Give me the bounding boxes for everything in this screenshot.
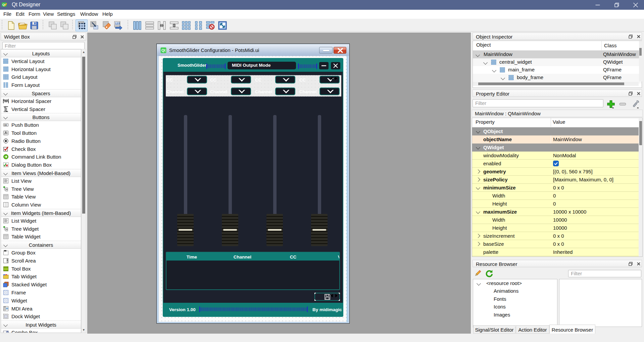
svg-text:Qt: Qt bbox=[161, 48, 166, 52]
svg-text:OK: OK bbox=[4, 124, 7, 126]
svg-text:123: 123 bbox=[115, 22, 120, 25]
